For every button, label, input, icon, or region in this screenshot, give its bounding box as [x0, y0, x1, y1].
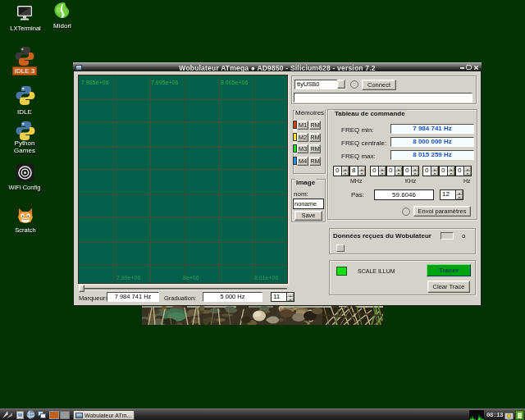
svg-text:8e+06: 8e+06 [183, 275, 199, 281]
svg-text:7.995e+06: 7.995e+06 [151, 80, 178, 85]
svg-text:7.985e+06: 7.985e+06 [81, 80, 108, 85]
svg-text:8.005e+06: 8.005e+06 [221, 80, 248, 85]
svg-text:7.99e+06: 7.99e+06 [116, 275, 140, 281]
svg-text:8.01e+06: 8.01e+06 [254, 275, 278, 281]
